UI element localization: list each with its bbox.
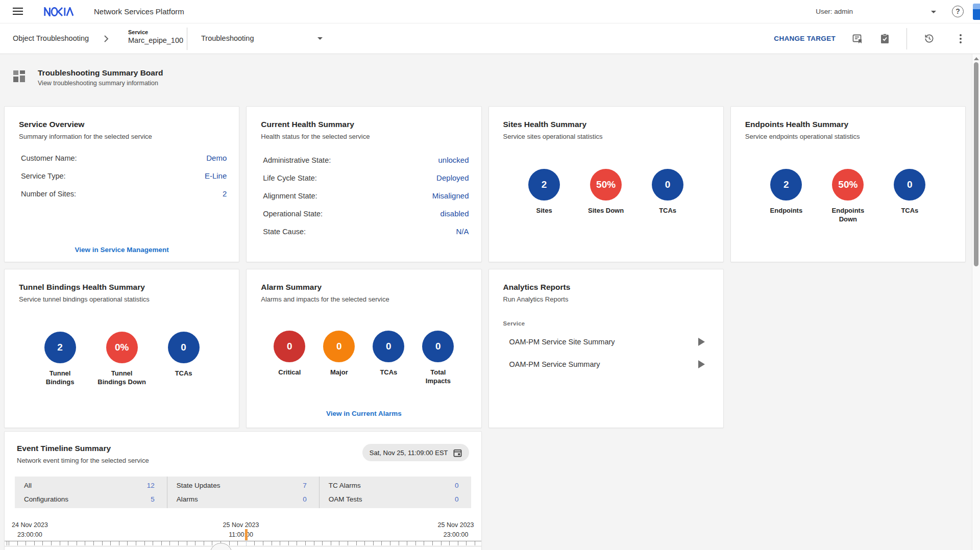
stat-circles: 2 Sites 50% Sites Down 0 TCAs: [489, 169, 723, 215]
card-subtitle: Service tunnel bindings operational stat…: [19, 295, 225, 303]
run-report-icon[interactable]: [698, 360, 705, 368]
screen: Network Services Platform User: admin ? …: [0, 0, 980, 550]
axis-middle-label: 25 Nov 2023 11:00:00: [223, 520, 259, 540]
clipped-corner-badge: [973, 4, 980, 20]
field-life-cycle-state: Life Cycle State: Deployed: [263, 173, 469, 183]
target-name: Marc_epipe_100: [128, 36, 183, 44]
change-target-button[interactable]: CHANGE TARGET: [774, 35, 836, 42]
stat-sites-tcas[interactable]: 0 TCAs: [643, 169, 692, 215]
field-customer-name: Customer Name: Demo: [21, 154, 227, 163]
clipboard-check-icon[interactable]: [879, 33, 890, 44]
user-menu[interactable]: User: admin: [816, 0, 853, 23]
filter-oam-tests[interactable]: OAM Tests 0: [329, 495, 459, 503]
toolbar-divider: [906, 28, 907, 49]
report-list-icon[interactable]: [852, 33, 863, 44]
page-subtitle: View troubleshooting summary information: [38, 80, 163, 87]
stat-alarm-tcas[interactable]: 0 TCAs: [368, 331, 409, 386]
card-subtitle: Service endpoints operational statistics: [745, 133, 951, 140]
event-stats-col: State Updates 7 Alarms 0: [167, 477, 319, 508]
card-title: Alarm Summary: [261, 283, 467, 292]
filter-configurations[interactable]: Configurations 5: [24, 495, 155, 503]
field-list: Administrative State: unlocked Life Cycl…: [263, 156, 469, 236]
field-operational-state: Operational State: disabled: [263, 209, 469, 218]
stat-circles: 2 Tunnel Bindings 0% Tunnel Bindings Dow…: [5, 332, 239, 387]
stat-sites[interactable]: 2 Sites: [520, 169, 569, 215]
current-time-marker: [245, 529, 248, 540]
card-subtitle: Alarms and impacts for the selected serv…: [261, 295, 467, 303]
stat-major[interactable]: 0 Major: [318, 331, 359, 386]
report-oam-pm-service-site-summary[interactable]: OAM-PM Service Site Summary: [509, 331, 710, 353]
vertical-scrollbar[interactable]: [972, 54, 980, 550]
run-report-icon[interactable]: [698, 338, 705, 346]
cards-row-1: Service Overview Summary information for…: [4, 106, 966, 262]
card-analytics-reports: Analytics Reports Run Analytics Reports …: [488, 269, 724, 428]
scrollbar-thumb[interactable]: [974, 62, 978, 266]
stat-endpoints[interactable]: 2 Endpoints: [762, 169, 811, 224]
stat-endpoints-down[interactable]: 50% Endpoints Down: [823, 169, 872, 224]
page-header: Troubleshooting Summary Board View troub…: [13, 68, 980, 88]
breadcrumb[interactable]: Object Troubleshooting: [13, 23, 89, 54]
filter-state-updates[interactable]: State Updates 7: [177, 482, 307, 489]
axis-start-label: 24 Nov 2023 23:00:00: [12, 520, 48, 540]
datetime-picker[interactable]: Sat, Nov 25, 11:09:00 EST: [362, 444, 469, 461]
filter-all[interactable]: All 12: [24, 482, 155, 489]
stat-critical[interactable]: 0 Critical: [269, 331, 310, 386]
dashboard-blocks-icon: [13, 68, 26, 84]
card-endpoints-health-summary: Endpoints Health Summary Service endpoin…: [730, 106, 966, 262]
calendar-icon: [453, 448, 462, 457]
product-title: Network Services Platform: [94, 0, 184, 23]
field-service-type: Service Type: E-Line: [21, 171, 227, 181]
card-current-health-summary: Current Health Summary Health status for…: [246, 106, 481, 262]
timeline-axis-labels: 24 Nov 2023 23:00:00 25 Nov 2023 11:00:0…: [5, 520, 481, 540]
timeline-ruler[interactable]: [5, 541, 481, 545]
field-number-of-sites: Number of Sites: 2: [21, 189, 227, 198]
event-stats-col: All 12 Configurations 5: [15, 477, 167, 508]
scrollbar-up-arrow[interactable]: [974, 57, 979, 60]
hamburger-menu-icon[interactable]: [13, 8, 23, 16]
timeline-brush-strip[interactable]: [5, 546, 481, 550]
toolbar-divider: [187, 28, 187, 50]
stat-tunnel-bindings-down[interactable]: 0% Tunnel Bindings Down: [97, 332, 146, 387]
card-title: Sites Health Summary: [503, 120, 709, 129]
view-in-service-management-link[interactable]: View in Service Management: [5, 246, 239, 254]
filter-tc-alarms[interactable]: TC Alarms 0: [329, 482, 459, 489]
toolbar: Object Troubleshooting Service Marc_epip…: [0, 23, 980, 54]
more-options-kebab-icon[interactable]: [958, 31, 964, 47]
card-alarm-summary: Alarm Summary Alarms and impacts for the…: [246, 269, 481, 428]
card-subtitle: Run Analytics Reports: [503, 295, 709, 303]
card-title: Event Timeline Summary: [17, 444, 149, 453]
view-selector-dropdown[interactable]: Troubleshooting: [201, 23, 325, 54]
report-list: OAM-PM Service Site Summary OAM-PM Servi…: [489, 331, 723, 376]
report-oam-pm-service-summary[interactable]: OAM-PM Service Summary: [509, 353, 710, 376]
stat-endpoints-tcas[interactable]: 0 TCAs: [885, 169, 934, 224]
dropdown-caret-icon: [317, 37, 323, 40]
page-title: Troubleshooting Summary Board: [38, 68, 163, 78]
card-title: Service Overview: [19, 120, 225, 129]
user-caret-icon[interactable]: [931, 11, 936, 13]
card-title: Analytics Reports: [503, 283, 709, 292]
breadcrumb-chevron-icon: [104, 35, 109, 43]
card-title: Current Health Summary: [261, 120, 467, 129]
card-title: Endpoints Health Summary: [745, 120, 951, 129]
filter-alarms[interactable]: Alarms 0: [177, 495, 307, 503]
stat-total-impacts[interactable]: 0 Total Impacts: [418, 331, 458, 386]
stat-tunnel-tcas[interactable]: 0 TCAs: [159, 332, 208, 387]
stat-sites-down[interactable]: 50% Sites Down: [581, 169, 630, 215]
stat-tunnel-bindings[interactable]: 2 Tunnel Bindings: [36, 332, 85, 387]
card-title: Tunnel Bindings Health Summary: [19, 283, 225, 292]
card-tunnel-bindings-health-summary: Tunnel Bindings Health Summary Service t…: [4, 269, 239, 428]
event-stats-col: TC Alarms 0 OAM Tests 0: [319, 477, 471, 508]
field-administrative-state: Administrative State: unlocked: [263, 156, 469, 165]
history-icon[interactable]: [923, 33, 935, 44]
card-subtitle: Health status for the selected service: [261, 133, 467, 140]
field-alignment-state: Alignment State: Misaligned: [263, 191, 469, 201]
content: Troubleshooting Summary Board View troub…: [0, 54, 980, 550]
event-stats-band: All 12 Configurations 5 State Updates 7: [15, 477, 471, 508]
event-card-header: Event Timeline Summary Network event tim…: [5, 432, 481, 464]
axis-end-label: 25 Nov 2023 23:00:00: [438, 520, 474, 540]
cards-row-3: Event Timeline Summary Network event tim…: [4, 431, 966, 550]
card-service-overview: Service Overview Summary information for…: [4, 106, 239, 262]
help-icon[interactable]: ?: [952, 6, 964, 17]
view-in-current-alarms-link[interactable]: View in Current Alarms: [247, 410, 481, 417]
field-list: Customer Name: Demo Service Type: E-Line…: [21, 154, 227, 198]
